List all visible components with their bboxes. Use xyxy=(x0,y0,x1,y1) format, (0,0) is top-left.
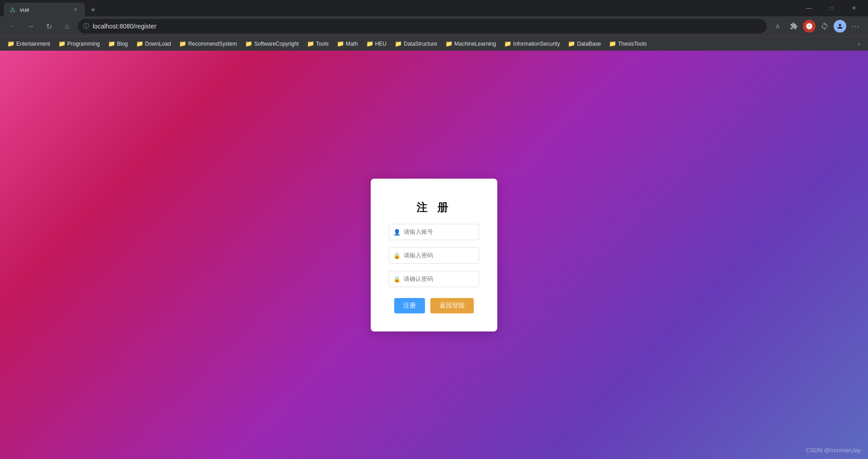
button-row: 注册 返回登陆 xyxy=(394,298,474,313)
extensions-button[interactable] xyxy=(787,19,801,33)
page-content: 注 册 👤 🔒 🔒 注册 返回登陆 CSDN @IronmanJay xyxy=(0,51,868,459)
window-controls: — □ ✕ xyxy=(798,0,864,16)
tab-favicon xyxy=(9,6,16,13)
bookmark-thesistools[interactable]: 📁 ThesisTools xyxy=(605,38,650,49)
username-input[interactable] xyxy=(389,224,479,240)
folder-icon: 📁 xyxy=(337,40,344,47)
active-tab[interactable]: vue × xyxy=(4,3,85,16)
address-info-icon: ⓘ xyxy=(83,22,89,30)
confirm-password-wrapper: 🔒 xyxy=(389,271,479,287)
bookmark-blog[interactable]: 📁 Blog xyxy=(104,38,132,49)
bookmark-machinelearning[interactable]: 📁 MachineLearning xyxy=(442,38,500,49)
back-button[interactable]: ← xyxy=(5,19,20,33)
bookmark-recommendsystem[interactable]: 📁 RecommendSystem xyxy=(175,38,241,49)
bookmark-label: Tools xyxy=(316,41,329,47)
bookmark-label: RecommendSystem xyxy=(188,41,237,47)
bookmark-label: Programming xyxy=(67,41,100,47)
tab-strip: vue × + xyxy=(4,0,99,16)
bookmark-label: ThesisTools xyxy=(618,41,646,47)
register-card: 注 册 👤 🔒 🔒 注册 返回登陆 xyxy=(371,179,497,331)
close-button[interactable]: ✕ xyxy=(844,0,864,16)
bookmark-datastructure[interactable]: 📁 DataStructure xyxy=(391,38,441,49)
title-bar: vue × + — □ ✕ xyxy=(0,0,868,16)
lock-confirm-icon: 🔒 xyxy=(393,275,401,282)
folder-icon: 📁 xyxy=(609,40,616,47)
bookmark-label: Math xyxy=(346,41,358,47)
username-wrapper: 👤 xyxy=(389,224,479,240)
folder-icon: 📁 xyxy=(7,40,14,47)
folder-icon: 📁 xyxy=(136,40,143,47)
back-to-login-button[interactable]: 返回登陆 xyxy=(430,298,474,313)
browser-chrome: vue × + — □ ✕ ← → ↻ ⌂ ⓘ localhost:8080/r… xyxy=(0,0,868,51)
more-button[interactable]: ⋯ xyxy=(848,19,863,33)
home-button[interactable]: ⌂ xyxy=(60,19,74,33)
bookmark-label: InformationSecurity xyxy=(513,41,560,47)
bookmarks-bar: 📁 Entertainment 📁 Programming 📁 Blog 📁 D… xyxy=(0,36,868,51)
folder-icon: 📁 xyxy=(445,40,453,47)
user-icon: 👤 xyxy=(393,228,401,235)
bookmarks-more-button[interactable]: › xyxy=(854,38,864,49)
bookmark-tools[interactable]: 📁 Tools xyxy=(303,38,332,49)
bookmark-label: MachineLearning xyxy=(454,41,496,47)
toolbar-icons: A ⋯ xyxy=(770,19,863,33)
address-bar[interactable]: ⓘ localhost:8080/register xyxy=(78,19,767,33)
bookmark-label: DownLoad xyxy=(145,41,171,47)
toolbar: ← → ↻ ⌂ ⓘ localhost:8080/register A xyxy=(0,16,868,36)
bookmark-label: DataStructure xyxy=(404,41,437,47)
watermark: CSDN @IronmanJay xyxy=(806,447,861,454)
folder-icon: 📁 xyxy=(366,40,373,47)
bookmark-softwarecopyright[interactable]: 📁 SoftwareCopyright xyxy=(241,38,302,49)
lock-icon: 🔒 xyxy=(393,252,401,259)
reload-button[interactable]: ↻ xyxy=(42,19,56,33)
bookmark-label: Entertainment xyxy=(16,41,50,47)
bookmark-label: Blog xyxy=(117,41,128,47)
bookmark-programming[interactable]: 📁 Programming xyxy=(55,38,104,49)
new-tab-button[interactable]: + xyxy=(87,4,99,16)
folder-icon: 📁 xyxy=(179,40,186,47)
register-title: 注 册 xyxy=(416,200,452,215)
bookmark-download[interactable]: 📁 DownLoad xyxy=(132,38,175,49)
folder-icon: 📁 xyxy=(504,40,511,47)
input-group: 👤 🔒 🔒 xyxy=(389,224,479,287)
bookmark-database[interactable]: 📁 DataBase xyxy=(564,38,604,49)
folder-icon: 📁 xyxy=(108,40,115,47)
bookmark-label: SoftwareCopyright xyxy=(254,41,299,47)
folder-icon: 📁 xyxy=(307,40,314,47)
password-input[interactable] xyxy=(389,247,479,264)
maximize-button[interactable]: □ xyxy=(821,0,842,16)
bookmark-entertainment[interactable]: 📁 Entertainment xyxy=(4,38,54,49)
translate-button[interactable]: A xyxy=(770,19,785,33)
bookmark-heu[interactable]: 📁 HEU xyxy=(363,38,390,49)
folder-icon: 📁 xyxy=(245,40,252,47)
folder-icon: 📁 xyxy=(58,40,66,47)
tab-close-button[interactable]: × xyxy=(71,5,80,14)
notification-button[interactable] xyxy=(803,20,816,33)
folder-icon: 📁 xyxy=(395,40,402,47)
forward-button[interactable]: → xyxy=(24,19,38,33)
password-wrapper: 🔒 xyxy=(389,247,479,264)
tab-title: vue xyxy=(20,6,68,13)
address-url: localhost:8080/register xyxy=(93,23,761,30)
confirm-password-input[interactable] xyxy=(389,271,479,287)
bookmark-label: DataBase xyxy=(577,41,601,47)
profile-button[interactable] xyxy=(834,20,846,33)
bookmark-math[interactable]: 📁 Math xyxy=(333,38,362,49)
minimize-button[interactable]: — xyxy=(798,0,819,16)
register-button[interactable]: 注册 xyxy=(394,298,425,313)
bookmark-informationsecurity[interactable]: 📁 InformationSecurity xyxy=(500,38,563,49)
folder-icon: 📁 xyxy=(568,40,575,47)
bookmark-label: HEU xyxy=(375,41,387,47)
refresh-account-button[interactable] xyxy=(817,19,832,33)
